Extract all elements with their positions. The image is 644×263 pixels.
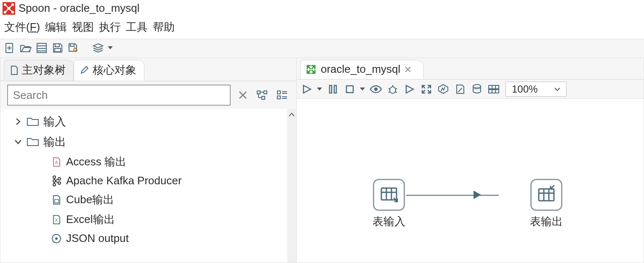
- svg-rect-52: [346, 86, 353, 93]
- show-results-icon[interactable]: [487, 82, 500, 97]
- svg-rect-50: [330, 85, 332, 93]
- tree-input-folder[interactable]: 输入: [12, 112, 283, 132]
- open-file-icon[interactable]: [19, 40, 32, 56]
- svg-line-59: [395, 92, 397, 93]
- perspective-icon[interactable]: [92, 40, 104, 56]
- preview-icon[interactable]: [369, 82, 383, 97]
- svg-text:X: X: [55, 218, 58, 223]
- svg-rect-62: [489, 85, 499, 89]
- save-as-icon[interactable]: [67, 40, 80, 56]
- svg-rect-44: [55, 199, 59, 203]
- new-file-icon[interactable]: [3, 40, 16, 56]
- replay-icon[interactable]: [403, 82, 416, 97]
- pencil-icon: [80, 66, 89, 75]
- zoom-select[interactable]: 100%: [506, 82, 567, 97]
- cube-output-icon: [51, 194, 62, 205]
- run-dropdown-icon[interactable]: [317, 88, 323, 91]
- svg-point-37: [53, 183, 56, 186]
- explore-icon[interactable]: [35, 40, 48, 56]
- left-panel: 主对象树 核心对象 Search: [0, 58, 297, 263]
- svg-line-58: [389, 92, 390, 93]
- scroll-up-icon[interactable]: [287, 109, 296, 120]
- tree-item-kafka-producer[interactable]: Apache Kafka Producer: [12, 172, 283, 190]
- impact-icon[interactable]: [436, 82, 450, 97]
- menu-help[interactable]: 帮助: [153, 20, 175, 35]
- svg-rect-51: [334, 85, 336, 93]
- search-placeholder: Search: [13, 89, 48, 102]
- svg-rect-17: [55, 44, 59, 47]
- menu-bar: 文件(F) 编辑 视图 执行 工具 帮助: [0, 16, 644, 39]
- menu-file[interactable]: 文件(F): [4, 20, 40, 35]
- kafka-icon: [51, 175, 62, 187]
- canvas-tab-label: oracle_to_mysql: [321, 63, 400, 76]
- step-tree: 输入 输出 A Access 输出 Apache Kafka Producer: [0, 109, 287, 263]
- right-panel: oracle_to_mysql: [297, 58, 644, 263]
- debug-icon[interactable]: [386, 82, 399, 97]
- main-toolbar: [0, 39, 644, 58]
- zoom-dropdown-icon: [554, 87, 560, 91]
- step-table-input-label: 表输入: [373, 214, 405, 229]
- json-output-icon: [51, 233, 62, 244]
- svg-rect-22: [257, 91, 260, 94]
- tree-item-label: Apache Kafka Producer: [66, 174, 182, 187]
- app-icon: [3, 2, 15, 15]
- svg-rect-70: [539, 189, 554, 201]
- tree-item-excel-output[interactable]: X Excel输出: [12, 210, 283, 229]
- chevron-right-icon: [14, 118, 22, 125]
- svg-rect-63: [489, 90, 499, 93]
- tree-output-label: 输出: [43, 134, 66, 149]
- tree-scrollbar[interactable]: [287, 109, 296, 263]
- menu-view[interactable]: 视图: [72, 20, 94, 35]
- step-table-input[interactable]: 表输入: [373, 179, 405, 229]
- perspective-dropdown-icon[interactable]: [108, 46, 113, 50]
- stop-icon[interactable]: [343, 82, 357, 97]
- window-title: Spoon - oracle_to_mysql: [19, 2, 140, 15]
- explore-db-icon[interactable]: [470, 82, 484, 97]
- svg-text:A: A: [55, 160, 58, 165]
- tab-main-tree[interactable]: 主对象树: [4, 60, 74, 81]
- svg-point-35: [53, 176, 56, 178]
- hop-line[interactable]: [406, 195, 499, 196]
- tree-item-json-output[interactable]: JSON output: [12, 229, 283, 247]
- stop-dropdown-icon[interactable]: [360, 88, 366, 91]
- document-icon: [10, 65, 19, 75]
- save-icon[interactable]: [51, 40, 64, 56]
- menu-run[interactable]: 执行: [99, 20, 121, 35]
- tree-item-cube-output[interactable]: Cube输出: [12, 190, 283, 210]
- menu-tools[interactable]: 工具: [126, 20, 148, 35]
- close-tab-icon[interactable]: [404, 66, 411, 73]
- svg-point-53: [374, 88, 378, 91]
- svg-point-47: [55, 237, 58, 240]
- folder-icon: [27, 117, 39, 127]
- expand-all-icon[interactable]: [255, 88, 269, 102]
- svg-rect-24: [264, 91, 267, 94]
- tree-item-access-output[interactable]: A Access 输出: [12, 152, 283, 172]
- tree-input-label: 输入: [43, 114, 66, 129]
- svg-rect-31: [277, 96, 280, 99]
- canvas[interactable]: 表输入 表输出: [297, 99, 644, 263]
- clear-search-icon[interactable]: [236, 88, 250, 102]
- svg-rect-27: [262, 96, 265, 99]
- svg-point-60: [473, 85, 481, 88]
- tree-item-label: Cube输出: [66, 192, 114, 207]
- svg-line-42: [56, 179, 58, 181]
- verify-icon[interactable]: [420, 82, 433, 97]
- menu-edit[interactable]: 编辑: [45, 20, 67, 35]
- pause-icon[interactable]: [326, 82, 340, 97]
- canvas-tab[interactable]: oracle_to_mysql: [300, 60, 423, 79]
- step-table-output[interactable]: 表输出: [530, 179, 563, 229]
- svg-point-38: [58, 178, 61, 180]
- run-icon[interactable]: [300, 82, 314, 97]
- search-input[interactable]: Search: [7, 85, 231, 106]
- tree-item-label: Excel输出: [66, 212, 115, 227]
- tab-core-objects-label: 核心对象: [93, 63, 136, 77]
- transformation-icon: [306, 64, 317, 75]
- tree-item-label: Access 输出: [66, 154, 126, 169]
- access-output-icon: A: [51, 157, 62, 167]
- svg-rect-18: [55, 48, 61, 52]
- sql-icon[interactable]: [453, 82, 467, 97]
- collapse-all-icon[interactable]: [275, 88, 290, 102]
- tab-core-objects[interactable]: 核心对象: [74, 60, 144, 81]
- svg-line-43: [56, 181, 58, 183]
- tree-output-folder[interactable]: 输出: [12, 132, 283, 152]
